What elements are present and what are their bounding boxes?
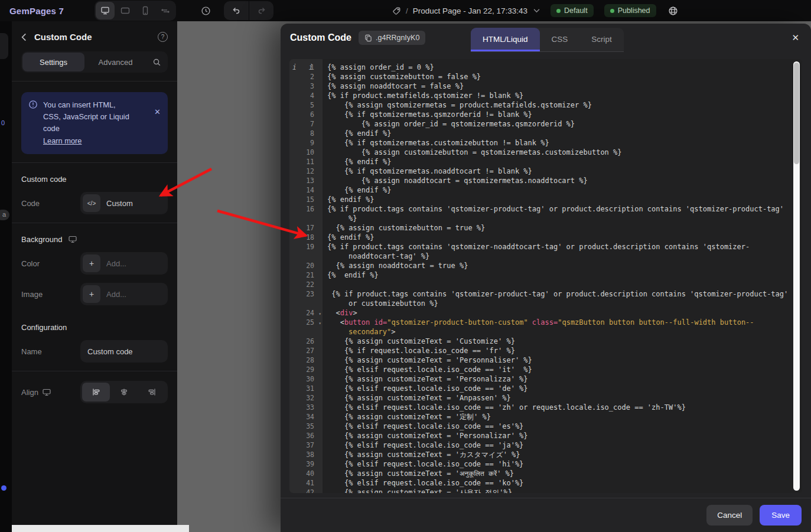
- code-line: 32 {% assign customizeText = 'Anpassen' …: [289, 393, 802, 403]
- learn-more-link[interactable]: Learn more: [43, 135, 82, 147]
- line-number: 13: [289, 176, 323, 185]
- monitor-icon: [43, 389, 51, 396]
- tab-script[interactable]: Script: [579, 28, 624, 51]
- code-line: 41 {% elsif request.locale.iso_code == '…: [289, 478, 802, 488]
- undo-button[interactable]: [224, 1, 249, 20]
- modal-footer: Cancel Save: [281, 498, 811, 532]
- help-icon[interactable]: ?: [158, 32, 168, 42]
- code-line: 19{% if product.tags contains 'qstomizer…: [289, 242, 802, 261]
- code-editor[interactable]: i i1{% assign order_id = 0 %}2{% assign …: [289, 59, 802, 493]
- code-text: {% elsif request.locale.iso_code == 'ko'…: [323, 478, 794, 488]
- copy-icon: [364, 34, 372, 42]
- code-line: 36 {% assign customizeText = 'Personaliz…: [289, 431, 802, 440]
- responsive-icon: [161, 6, 170, 15]
- code-lines: i i1{% assign order_id = 0 %}2{% assign …: [289, 59, 802, 493]
- code-brackets-icon: </>: [83, 194, 100, 212]
- globe-icon[interactable]: [668, 6, 678, 16]
- sidebar-title: Custom Code: [34, 32, 158, 42]
- fold-caret-icon[interactable]: ▾: [318, 319, 321, 328]
- mobile-view-button[interactable]: [136, 2, 155, 19]
- save-button[interactable]: Save: [760, 505, 802, 526]
- code-text: {% assign customizebutton = true %}: [323, 223, 794, 233]
- line-number: 32: [289, 393, 323, 403]
- align-right-button[interactable]: [138, 383, 166, 402]
- line-number: 19: [289, 242, 323, 261]
- strip-button-fragment[interactable]: [0, 33, 8, 59]
- bottom-light-strip: [12, 525, 189, 532]
- code-text: {% if product.metafields.qstomizer != bl…: [323, 91, 794, 100]
- align-row: Align: [21, 381, 168, 403]
- line-number: 31: [289, 384, 323, 393]
- tablet-view-button[interactable]: [116, 2, 135, 19]
- clock-icon: [201, 6, 211, 16]
- image-add-button[interactable]: + Add...: [80, 283, 168, 305]
- back-chevron-icon[interactable]: [21, 33, 32, 41]
- code-line: 7 {% assign order_id = qstomizermetas.qs…: [289, 119, 802, 129]
- search-icon[interactable]: [146, 58, 167, 67]
- scrollbar-thumb[interactable]: [794, 63, 799, 164]
- responsive-view-button[interactable]: [156, 2, 175, 19]
- code-label: Code: [21, 199, 80, 208]
- line-number: 34: [289, 412, 323, 422]
- redo-button[interactable]: [249, 1, 273, 20]
- code-line: 20 {% assign noaddtocart = true %}: [289, 261, 802, 270]
- name-input[interactable]: Custom code: [80, 340, 168, 363]
- color-add-placeholder: Add...: [106, 259, 126, 268]
- line-number: 5: [289, 100, 323, 110]
- code-line: 31 {% elsif request.locale.iso_code == '…: [289, 384, 802, 393]
- line-number: 7: [289, 119, 323, 129]
- code-value: Custom: [106, 199, 133, 208]
- editor-scrollbar[interactable]: [793, 61, 800, 491]
- code-text: <div>: [323, 308, 794, 318]
- code-line: 5 {% assign qstomizermetas = product.met…: [289, 100, 802, 110]
- element-id-badge[interactable]: .g4RRgnIyK0: [359, 31, 425, 45]
- desktop-view-button[interactable]: [96, 2, 115, 19]
- code-line: 42 {% assign customizeText = '사용자 정의'%}: [289, 488, 802, 493]
- code-line: 39 {% elsif request.locale.iso_code == '…: [289, 459, 802, 469]
- line-number: 16: [289, 204, 323, 223]
- modal-header: Custom Code .g4RRgnIyK0 HTML/Liquid CSS …: [281, 24, 811, 52]
- code-custom-button[interactable]: </> Custom: [80, 192, 168, 214]
- modal-close-icon[interactable]: ✕: [792, 32, 799, 43]
- code-text: {% assign order_id = 0 %}: [323, 63, 794, 72]
- align-label-text: Align: [21, 388, 38, 397]
- line-number: 14: [289, 185, 323, 195]
- code-line: 34 {% assign customizeText = '定制' %}: [289, 412, 802, 422]
- line-number: 8: [289, 129, 323, 138]
- background-title-text: Background: [21, 235, 62, 244]
- code-line: 16{% if product.tags contains 'qstomizer…: [289, 204, 802, 223]
- app-logo: GemPages 7: [9, 6, 64, 16]
- undo-redo-group: [224, 1, 273, 20]
- code-line: 13 {% assign noaddtocart = qstomizermeta…: [289, 176, 802, 185]
- align-center-button[interactable]: [110, 383, 138, 402]
- color-add-button[interactable]: + Add...: [80, 252, 168, 275]
- tab-html-liquid[interactable]: HTML/Liquid: [471, 28, 540, 51]
- banner-close-icon[interactable]: ✕: [154, 107, 161, 116]
- default-badge-label: Default: [564, 6, 588, 15]
- line-number: i i1: [289, 63, 323, 72]
- code-text: {% elsif request.locale.iso_code == 'zh'…: [323, 403, 794, 412]
- tab-settings[interactable]: Settings: [22, 53, 84, 71]
- align-left-button[interactable]: [82, 383, 110, 402]
- strip-count-badge: 0: [1, 119, 5, 126]
- code-text: {% endif %}: [323, 129, 794, 138]
- redo-icon: [257, 6, 266, 15]
- chevron-down-icon[interactable]: [533, 8, 540, 13]
- custom-code-modal: Custom Code .g4RRgnIyK0 HTML/Liquid CSS …: [281, 24, 811, 532]
- line-number: 9: [289, 138, 323, 148]
- code-text: {% assign customizeText = 'Personalizza'…: [323, 374, 794, 384]
- code-line: 21{% endif %}: [289, 270, 802, 280]
- code-line: 33 {% elsif request.locale.iso_code == '…: [289, 403, 802, 412]
- collapsed-panel-strip: 0 a: [0, 21, 12, 532]
- align-right-icon: [147, 387, 157, 397]
- line-number: 6: [289, 110, 323, 119]
- tab-css[interactable]: CSS: [540, 28, 580, 51]
- history-button[interactable]: [201, 6, 211, 16]
- cancel-button[interactable]: Cancel: [706, 505, 753, 526]
- code-line: 27 {% if request.locale.iso_code == 'fr'…: [289, 346, 802, 355]
- code-row: Code </> Custom: [21, 192, 168, 214]
- default-badge: Default: [551, 4, 594, 17]
- tab-advanced[interactable]: Advanced: [84, 53, 146, 71]
- align-button-group: [80, 381, 168, 403]
- strip-blue-dot: [1, 485, 6, 491]
